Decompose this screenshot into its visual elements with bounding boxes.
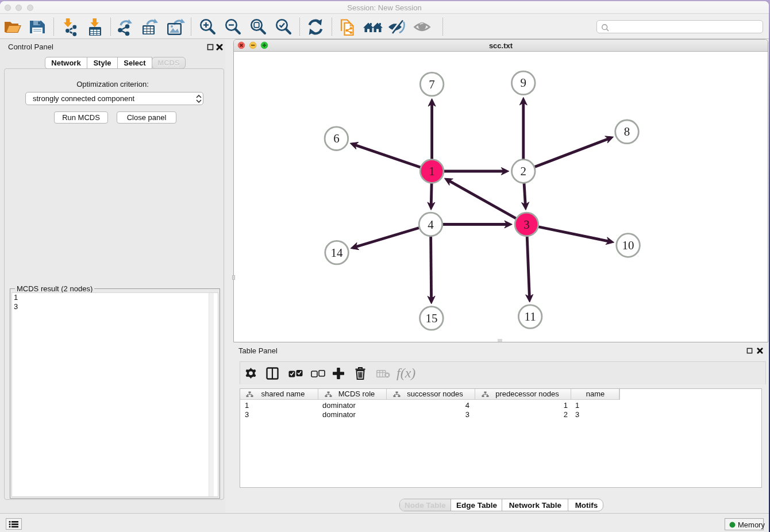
svg-text:14: 14 <box>331 246 344 260</box>
svg-text:4: 4 <box>428 218 434 232</box>
svg-text:6: 6 <box>333 132 340 145</box>
svg-text:2: 2 <box>521 164 527 178</box>
svg-text:11: 11 <box>525 310 536 323</box>
svg-text:3: 3 <box>523 218 530 232</box>
svg-text:10: 10 <box>622 238 634 252</box>
svg-text:7: 7 <box>429 78 435 91</box>
svg-text:8: 8 <box>624 125 630 138</box>
svg-text:15: 15 <box>425 311 437 325</box>
svg-text:9: 9 <box>521 76 527 90</box>
svg-text:1: 1 <box>429 164 435 178</box>
